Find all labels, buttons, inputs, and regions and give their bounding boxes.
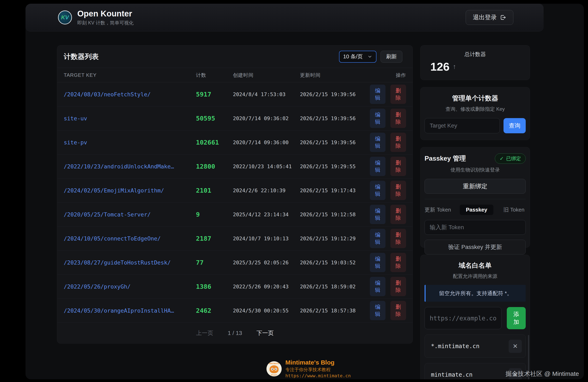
edit-button[interactable]: 编辑 (370, 253, 385, 272)
divider (424, 199, 526, 199)
blog-logo-title: MINTIMATE (269, 363, 279, 364)
row-actions: 编辑删除 (370, 85, 406, 104)
delete-button[interactable]: 删除 (390, 85, 406, 104)
delete-button[interactable]: 删除 (390, 205, 406, 224)
delete-button[interactable]: 删除 (390, 181, 406, 200)
row-updated-time: 2026/2/15 19:17:43 (300, 188, 370, 193)
delete-button[interactable]: 删除 (390, 277, 406, 296)
delete-button[interactable]: 删除 (390, 253, 406, 272)
row-count: 102661 (196, 139, 233, 146)
domain-input[interactable] (424, 307, 502, 329)
row-updated-time: 2026/2/15 19:12:58 (300, 211, 370, 217)
whitelist-card-title: 域名白名单 (424, 261, 526, 270)
refresh-button[interactable]: 刷新 (380, 51, 402, 63)
edit-button[interactable]: 编辑 (370, 85, 385, 104)
check-icon: ✓ (500, 156, 504, 161)
edit-button[interactable]: 编辑 (370, 109, 385, 128)
edit-button[interactable]: 编辑 (370, 229, 385, 248)
row-updated-time: 2026/2/15 19:39:56 (300, 91, 370, 97)
row-count: 50595 (196, 115, 233, 122)
verify-passkey-button[interactable]: 验证 Passkey 并更新 (424, 240, 526, 254)
whitelist-domain: mintimate.cn (431, 371, 472, 378)
edit-button[interactable]: 编辑 (370, 157, 385, 176)
row-target-key[interactable]: /2024/05/30/orangeAIproInstallHA… (64, 307, 196, 314)
row-target-key[interactable]: site-pv (64, 139, 196, 146)
counter-list-title: 计数器列表 (64, 52, 99, 61)
rebind-button[interactable]: 重新绑定 (424, 179, 526, 194)
table-row: site-pv1026612020/7/14 09:36:002026/2/15… (57, 130, 413, 154)
table-header-row: TARGET KEY 计数 创建时间 更新时间 操作 (57, 68, 413, 82)
whitelist-card-subtitle: 配置允许调用的来源 (424, 273, 526, 280)
top-header: KV Open Kounter 即刻 KV 计数，简单可视化 退出登录 (25, 4, 544, 31)
row-target-key[interactable]: /2024/10/05/connectToEdgeOne/ (64, 235, 196, 242)
table-row: site-uv505952020/7/14 09:36:022026/2/15 … (57, 106, 413, 130)
row-created-time: 2024/8/4 17:53:03 (233, 91, 300, 97)
row-actions: 编辑删除 (370, 157, 406, 176)
row-created-time: 2022/5/26 09:20:43 (233, 284, 300, 289)
pagination: 上一页 1 / 13 下一页 (57, 323, 413, 344)
remove-domain-button[interactable]: ✕ (509, 340, 522, 353)
query-button[interactable]: 查询 (504, 118, 526, 133)
app-subtitle: 即刻 KV 计数，简单可视化 (77, 20, 133, 26)
edit-button[interactable]: 编辑 (370, 301, 385, 320)
manage-card-title: 管理单个计数器 (424, 94, 526, 103)
table-row: /2023/08/27/guideToHostRustDesk/772025/3… (57, 250, 413, 275)
row-updated-time: 2026/2/15 19:03:52 (300, 260, 370, 266)
page-size-select[interactable]: 10 条/页 (339, 51, 377, 63)
table-row: /2020/05/25/Tomcat-Server/92025/4/12 23:… (57, 203, 413, 227)
add-domain-button[interactable]: 添 加 (507, 307, 526, 329)
table-row: /2024/02/05/EmojiMixAlgorithm/21012024/2… (57, 178, 413, 203)
logout-button-label: 退出登录 (473, 13, 497, 21)
row-target-key[interactable]: /2022/05/26/proxyGh/ (64, 284, 196, 290)
row-count: 9 (196, 211, 233, 218)
table-row: /2024/10/05/connectToEdgeOne/21872024/10… (57, 227, 413, 250)
domain-whitelist-card: 域名白名单 配置允许调用的来源 留空允许所有。支持通配符 *。 添 加 *.mi… (420, 255, 530, 379)
delete-button[interactable]: 删除 (390, 133, 406, 152)
blog-logo: MINTIMATE Blogger (266, 361, 282, 377)
table-body: /2024/08/03/neoFetchStyle/59172024/8/4 1… (57, 82, 413, 323)
edit-button[interactable]: 编辑 (370, 181, 385, 200)
row-count: 77 (196, 259, 233, 266)
row-target-key[interactable]: /2022/10/23/androidUnlockAndMake… (64, 163, 196, 170)
row-created-time: 2025/4/12 23:14:34 (233, 211, 300, 217)
table-row: /2022/10/23/androidUnlockAndMake…1280020… (57, 154, 413, 178)
page-size-value: 10 条/页 (343, 53, 363, 60)
col-actions: 操作 (370, 72, 406, 78)
target-key-input[interactable] (424, 118, 500, 133)
edit-button[interactable]: 编辑 (370, 205, 385, 224)
delete-button[interactable]: 删除 (390, 301, 406, 320)
prev-page-button[interactable]: 上一页 (196, 329, 213, 337)
delete-button[interactable]: 删除 (390, 157, 406, 176)
blog-url[interactable]: https://www.mintimate.cn (285, 374, 351, 378)
tab-passkey[interactable]: Passkey (460, 205, 493, 215)
delete-button[interactable]: 删除 (390, 109, 406, 128)
edit-button[interactable]: 编辑 (370, 133, 385, 152)
row-updated-time: 2026/2/15 18:59:02 (300, 284, 370, 289)
edit-button[interactable]: 编辑 (370, 277, 385, 296)
row-target-key[interactable]: /2020/05/25/Tomcat-Server/ (64, 211, 196, 218)
row-target-key[interactable]: /2024/08/03/neoFetchStyle/ (64, 91, 196, 97)
new-token-input[interactable] (424, 220, 526, 235)
logout-button[interactable]: 退出登录 (466, 10, 513, 25)
chevron-down-icon (367, 54, 372, 59)
row-target-key[interactable]: /2023/08/27/guideToHostRustDesk/ (64, 259, 196, 266)
manage-counter-card: 管理单个计数器 查询、修改或删除指定 Key 查询 (420, 87, 530, 140)
counter-list-card: 计数器列表 10 条/页 刷新 TARGET KEY 计数 (57, 45, 413, 344)
row-target-key[interactable]: /2024/02/05/EmojiMixAlgorithm/ (64, 187, 196, 194)
passkey-card-title: Passkey 管理 (424, 154, 466, 163)
manage-card-subtitle: 查询、修改或删除指定 Key (424, 106, 526, 112)
row-count: 1386 (196, 283, 233, 290)
tab-old-token[interactable]: 旧 Token (502, 204, 526, 215)
col-target-key: TARGET KEY (64, 72, 196, 78)
row-updated-time: 2026/2/15 19:39:56 (300, 139, 370, 145)
watermark: 掘金技术社区 @ Mintimate (505, 370, 579, 378)
table-row: /2022/05/26/proxyGh/13862022/5/26 09:20:… (57, 275, 413, 299)
delete-button[interactable]: 删除 (390, 229, 406, 248)
whitelist-entry: *.mintimate.cn✕ (424, 335, 526, 358)
next-page-button[interactable]: 下一页 (257, 329, 274, 337)
content-area: 计数器列表 10 条/页 刷新 TARGET KEY 计数 (57, 45, 530, 379)
row-target-key[interactable]: site-uv (64, 115, 196, 122)
row-actions: 编辑删除 (370, 181, 406, 200)
blog-footer[interactable]: MINTIMATE Blogger Mintimate's Blog 专注于你分… (266, 359, 351, 378)
row-created-time: 2024/2/6 22:10:39 (233, 188, 300, 193)
